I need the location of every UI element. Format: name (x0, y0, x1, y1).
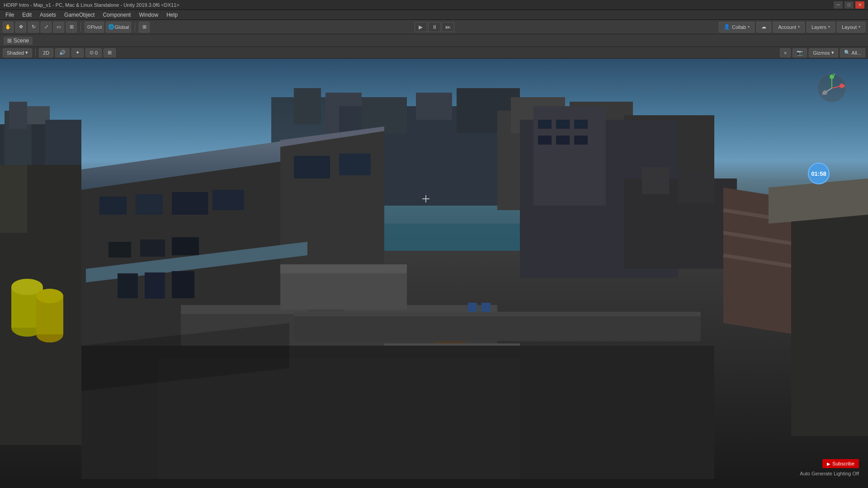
subscribe-label: Subscribe (832, 461, 854, 466)
rotate-tool-button[interactable]: ↻ (28, 22, 39, 33)
svg-rect-23 (99, 197, 127, 215)
effects-toggle[interactable]: ✦ (71, 48, 84, 57)
layers-label: Layers (811, 24, 826, 30)
account-arrow: ▾ (798, 25, 800, 29)
transform-tool-button[interactable]: ⊞ (66, 22, 77, 33)
svg-text:z: z (822, 91, 824, 96)
scene-search-clear[interactable]: × (780, 48, 791, 57)
menu-bar: File Edit Assets GameObject Component Wi… (0, 10, 868, 20)
global-label: Global (114, 24, 129, 30)
grid-snap-button[interactable]: ⊞ (139, 22, 150, 33)
scene-tab-label: Scene (14, 38, 29, 44)
grid-toggle[interactable]: ⊞ (104, 48, 116, 57)
svg-point-47 (36, 289, 63, 303)
layout-button[interactable]: Layout ▾ (837, 22, 865, 33)
camera-icon: 📷 (797, 50, 803, 56)
close-button[interactable]: ✕ (855, 1, 864, 9)
gizmos-arrow: ▾ (831, 50, 834, 56)
global-button[interactable]: 🌐 Global (106, 22, 131, 33)
stats-value: 0 (95, 50, 98, 56)
layout-label: Layout (842, 24, 857, 30)
minimize-button[interactable]: ─ (834, 1, 843, 9)
shaded-dropdown[interactable]: Shaded ▾ (3, 48, 32, 57)
scene-panel-header: ⊞ Scene (0, 34, 868, 47)
subscribe-button[interactable]: ▶ Subscribe (822, 459, 859, 468)
play-controls: ▶ ⏸ ⏭ (415, 22, 454, 32)
auto-lighting-text: Auto Generate Lighting Off (800, 471, 859, 476)
search-icon: 🔍 (844, 50, 850, 56)
play-button[interactable]: ▶ (415, 22, 427, 32)
scene-sep-1 (35, 49, 36, 56)
svg-rect-26 (212, 190, 244, 210)
rect-tool-button[interactable]: ▭ (53, 22, 64, 33)
svg-rect-61 (280, 264, 407, 273)
svg-rect-14 (416, 93, 452, 120)
svg-rect-27 (108, 242, 131, 258)
svg-rect-36 (145, 272, 165, 299)
scene-toolbar: Shaded ▾ 2D 🔊 ✦ ⊙ 0 ⊞ × 📷 Gizmos ▾ 🔍 All… (0, 47, 868, 59)
svg-rect-33 (339, 154, 371, 175)
menu-help[interactable]: Help (163, 11, 181, 19)
menu-component[interactable]: Component (99, 11, 134, 19)
global-icon: 🌐 (108, 24, 114, 30)
collab-button[interactable]: 👤 Collab ▾ (719, 22, 755, 33)
menu-assets[interactable]: Assets (36, 11, 60, 19)
stats-icon: ⊙ (90, 50, 94, 56)
menu-file[interactable]: File (2, 11, 18, 19)
pause-button[interactable]: ⏸ (428, 22, 441, 32)
grid-icon: ⊞ (108, 50, 112, 56)
step-button[interactable]: ⏭ (442, 22, 454, 32)
scene-tab[interactable]: ⊞ Scene (4, 37, 33, 45)
svg-rect-41 (0, 165, 27, 233)
scene-tab-icon: ⊞ (7, 38, 12, 44)
scale-tool-button[interactable]: ⤢ (41, 22, 52, 33)
svg-rect-10 (294, 88, 321, 124)
svg-rect-54 (556, 136, 570, 145)
audio-toggle[interactable]: 🔊 (55, 48, 70, 57)
maximize-button[interactable]: □ (844, 1, 854, 9)
menu-window[interactable]: Window (135, 11, 162, 19)
cloud-button[interactable]: ☁ (756, 22, 771, 33)
menu-gameobject[interactable]: GameObject (61, 11, 98, 19)
timer-badge[interactable]: 01:58 (808, 163, 830, 184)
axis-gizmo: z x y (814, 68, 850, 104)
svg-rect-25 (172, 192, 208, 215)
svg-rect-53 (538, 136, 552, 145)
move-tool-button[interactable]: ✥ (15, 22, 26, 33)
gizmos-dropdown[interactable]: Gizmos ▾ (809, 48, 838, 57)
hand-tool-button[interactable]: ✋ (3, 22, 14, 33)
collab-icon: 👤 (724, 24, 730, 30)
pivot-label: Pivot (91, 24, 102, 30)
title-bar: HDRP Intro - Map_v1 - PC, Mac & Linux St… (0, 0, 868, 10)
layout-arrow: ▾ (859, 25, 860, 29)
svg-rect-65 (642, 167, 669, 194)
scene-viewport[interactable]: z x y 01:58 ▶ Subscribe Auto Generate Li… (0, 59, 868, 479)
search-filter[interactable]: 🔍 All... (840, 48, 865, 57)
scene-3d-view (0, 59, 868, 479)
2d-toggle[interactable]: 2D (39, 48, 53, 57)
svg-rect-28 (140, 239, 165, 257)
pivot-button[interactable]: ⊙ Pivot (85, 22, 104, 33)
all-label: All... (852, 50, 861, 56)
svg-rect-52 (574, 120, 588, 129)
svg-rect-80 (294, 312, 701, 316)
main-toolbar: ✋ ✥ ↻ ⤢ ▭ ⊞ ⊙ Pivot 🌐 Global ⊞ ▶ ⏸ ⏭ 👤 C… (0, 20, 868, 34)
svg-rect-24 (136, 194, 163, 215)
right-toolbar: 👤 Collab ▾ ☁ Account ▾ Layers ▾ Layout ▾ (719, 22, 865, 33)
svg-rect-66 (678, 172, 714, 203)
effects-icon: ✦ (75, 50, 80, 56)
menu-edit[interactable]: Edit (19, 11, 35, 19)
render-stats[interactable]: ⊙ 0 (85, 48, 102, 57)
svg-rect-86 (791, 210, 868, 436)
x-icon: × (784, 50, 787, 56)
toolbar-sep-2 (135, 23, 135, 32)
svg-text:y: y (833, 72, 835, 76)
2d-label: 2D (43, 50, 49, 56)
youtube-icon: ▶ (827, 461, 830, 466)
camera-options[interactable]: 📷 (793, 48, 807, 57)
layers-arrow: ▾ (828, 25, 830, 29)
account-button[interactable]: Account ▾ (773, 22, 805, 33)
gizmos-label: Gizmos (813, 50, 830, 56)
svg-rect-6 (9, 102, 27, 129)
layers-button[interactable]: Layers ▾ (807, 22, 835, 33)
